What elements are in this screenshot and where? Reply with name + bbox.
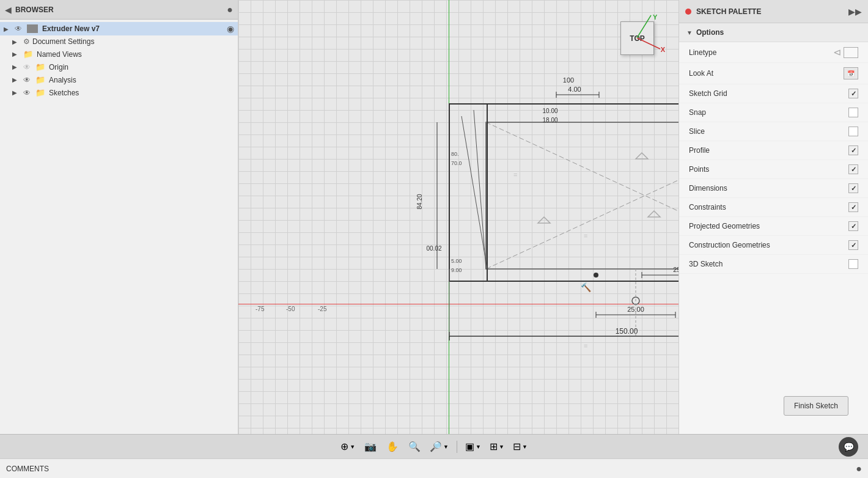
tree-arrow-sketches: ▶ [12,89,21,96]
display-dropdown-arrow: ▼ [476,444,481,450]
slice-checkbox[interactable] [848,127,858,136]
palette-option-slice: Slice [679,122,868,141]
tree-folder-origin: 📁 [35,62,46,72]
linetype-solid-icon[interactable]: ⊲ [833,46,841,58]
tree-item-doc-settings[interactable]: ▶ ⚙ Document Settings [0,35,238,48]
snap-checkbox[interactable] [848,108,858,117]
svg-text:150.00: 150.00 [616,327,638,336]
browser-title: BROWSER [15,6,223,14]
snap-tool-dropdown[interactable]: ⊕ ▼ [337,439,358,454]
tree-target-icon[interactable]: ◉ [227,24,234,34]
points-checkbox[interactable] [848,164,858,174]
svg-line-52 [637,38,660,49]
sketch-palette-panel: SKETCH PALETTE ▶▶ ▼ Options Linetype ⊲ L… [679,0,868,434]
points-label: Points [689,165,848,174]
feedback-icon: 💬 [839,437,858,457]
3d-sketch-label: 3D Sketch [689,260,848,268]
svg-text:🔨: 🔨 [581,282,592,293]
svg-text:10.00: 10.00 [542,108,557,114]
browser-collapse-button[interactable]: ◀ [5,5,12,15]
svg-marker-34 [648,211,660,217]
svg-line-5 [462,116,487,269]
display-mode-icon: ▣ [465,441,474,452]
feedback-button[interactable]: 💬 [839,437,858,457]
orientation-cube[interactable]: TOP X Y [611,12,666,67]
3d-sketch-checkbox[interactable] [848,259,858,269]
tree-item-origin[interactable]: ▶ 👁 📁 Origin [0,61,238,73]
tree-eye-origin[interactable]: 👁 [23,63,33,72]
comments-add-button[interactable]: ● [856,463,862,474]
constraints-label: Constraints [689,203,848,211]
svg-text:=: = [513,171,517,178]
calendar-icon: 📅 [847,70,855,77]
look-at-label: Look At [689,69,844,78]
svg-line-2 [486,122,679,269]
svg-line-3 [486,122,679,269]
palette-options-section[interactable]: ▼ Options [679,23,868,42]
svg-line-6 [474,110,486,269]
palette-option-construction-geometries: Construction Geometries [679,236,868,255]
tree-item-extruder[interactable]: ▶ 👁 Extruder New v7 ◉ [0,22,238,35]
tree-item-sketches[interactable]: ▶ 👁 📁 Sketches [0,86,238,99]
svg-rect-0 [449,104,679,281]
snap-dropdown-arrow: ▼ [350,444,355,450]
sketch-grid-label: Sketch Grid [689,89,848,98]
svg-rect-4 [449,104,487,281]
tree-item-named-views[interactable]: ▶ 📁 Named Views [0,48,238,61]
fit-zoom-button[interactable]: 🔍 [405,438,424,455]
tree-eye-sketches[interactable]: 👁 [23,89,33,97]
svg-text:18.00: 18.00 [542,117,557,123]
view-dropdown-arrow: ▼ [522,444,528,450]
tree-label-origin: Origin [49,63,68,72]
tree-eye-analysis[interactable]: 👁 [23,76,33,84]
finish-sketch-button[interactable]: Finish Sketch [784,396,848,416]
grid-display-dropdown[interactable]: ⊞ ▼ [487,439,507,454]
palette-section-title: Options [696,28,724,37]
tree-label-extruder: Extruder New v7 [42,24,100,33]
palette-section-arrow: ▼ [686,29,693,36]
zoom-dropdown[interactable]: 🔎 ▼ [427,439,452,454]
tree-doc-icon [27,24,38,33]
tree-arrow-extruder: ▶ [4,26,12,32]
sketch-grid-checkbox[interactable] [848,89,858,98]
svg-text:4.00: 4.00 [568,86,581,93]
display-mode-dropdown[interactable]: ▣ ▼ [462,439,484,454]
pan-tool-button[interactable]: ✋ [383,438,402,455]
camera-tool-button[interactable]: 📷 [361,438,380,455]
construction-geometries-checkbox[interactable] [848,240,858,250]
palette-expand-button[interactable]: ▶▶ [848,7,862,17]
palette-option-snap: Snap [679,103,868,122]
svg-text:5.00: 5.00 [451,258,462,264]
svg-text:84.20: 84.20 [416,194,423,209]
profile-label: Profile [689,146,848,155]
palette-option-linetype: Linetype ⊲ [679,42,868,63]
tree-folder-named-views: 📁 [23,50,34,59]
view-options-dropdown[interactable]: ⊟ ▼ [510,439,531,454]
tree-label-doc-settings: Document Settings [32,37,94,46]
dimensions-checkbox[interactable] [848,183,858,193]
dimensions-label: Dimensions [689,184,848,193]
palette-option-sketch-grid: Sketch Grid [679,84,868,103]
palette-option-projected-geometries: Projected Geometries [679,217,868,236]
linetype-controls[interactable]: ⊲ [833,46,858,58]
palette-option-points: Points [679,160,868,179]
svg-line-53 [637,15,651,38]
palette-option-profile: Profile [679,141,868,160]
svg-text:80.: 80. [451,151,459,157]
look-at-icon-button[interactable]: 📅 [844,67,858,79]
svg-marker-33 [538,217,550,223]
tree-label-analysis: Analysis [49,76,76,84]
svg-text:=: = [584,232,587,240]
grid-display-icon: ⊞ [490,441,498,452]
linetype-box[interactable] [844,47,858,58]
palette-status-dot [685,9,691,15]
profile-checkbox[interactable] [848,145,858,155]
svg-rect-1 [486,122,679,269]
finish-sketch-container: Finish Sketch [679,384,868,428]
constraints-checkbox[interactable] [848,202,858,212]
view-options-icon: ⊟ [513,441,521,452]
tree-eye-extruder[interactable]: 👁 [15,24,24,33]
browser-add-button[interactable]: ● [227,4,233,15]
tree-item-analysis[interactable]: ▶ 👁 📁 Analysis [0,73,238,86]
projected-geometries-checkbox[interactable] [848,221,858,231]
